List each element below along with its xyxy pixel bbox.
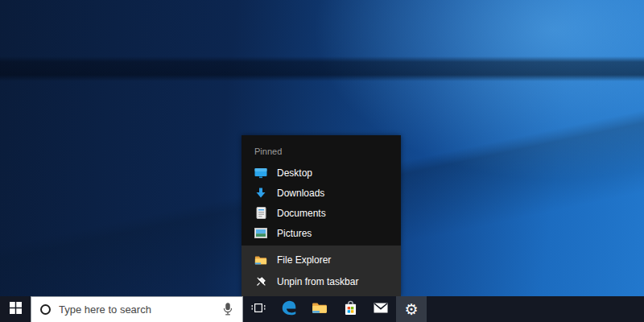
edge-button[interactable] — [274, 296, 304, 322]
desktop-icon — [254, 167, 267, 180]
settings-gear-icon: ⚙ — [404, 302, 418, 317]
file-explorer-button[interactable] — [304, 296, 335, 322]
task-view-icon — [251, 302, 266, 317]
jumplist-item-label: Documents — [277, 208, 326, 219]
unpin-icon — [254, 275, 267, 288]
jumplist-item-pictures[interactable]: Pictures — [242, 223, 401, 243]
edge-icon — [280, 299, 298, 320]
file-explorer-icon — [312, 301, 328, 317]
jumplist-pinned-section: Pinned Desktop Downloads — [242, 135, 401, 246]
jumplist-item-label: File Explorer — [277, 254, 331, 266]
windows-logo-icon — [10, 302, 22, 317]
jumplist-item-desktop[interactable]: Desktop — [242, 163, 401, 183]
task-view-button[interactable] — [243, 296, 274, 322]
jumplist-item-label: Desktop — [277, 167, 312, 179]
mail-icon — [374, 302, 388, 316]
store-icon — [344, 300, 357, 319]
search-input[interactable] — [51, 303, 222, 316]
jumplist-item-documents[interactable]: Documents — [242, 203, 401, 223]
start-button[interactable] — [0, 296, 31, 322]
file-explorer-jumplist: Pinned Desktop Downloads — [242, 135, 401, 296]
file-explorer-icon — [254, 254, 267, 266]
documents-icon — [254, 207, 267, 220]
jumplist-item-label: Unpin from taskbar — [277, 276, 358, 287]
taskbar: ⚙ — [0, 296, 644, 322]
downloads-icon — [254, 187, 267, 200]
jumplist-tasks-section: File Explorer Unpin from taskbar — [242, 246, 401, 296]
taskbar-search-box[interactable] — [31, 296, 243, 322]
jumplist-item-unpin[interactable]: Unpin from taskbar — [242, 270, 401, 292]
mail-button[interactable] — [365, 296, 396, 322]
cortana-circle-icon — [40, 304, 51, 315]
jumplist-item-label: Pictures — [277, 228, 312, 239]
jumplist-item-file-explorer[interactable]: File Explorer — [242, 249, 401, 270]
settings-button[interactable]: ⚙ — [396, 296, 427, 322]
pictures-icon — [254, 227, 267, 240]
microphone-icon[interactable] — [222, 303, 233, 316]
jumplist-item-label: Downloads — [277, 188, 324, 199]
jumplist-pinned-header: Pinned — [242, 145, 401, 163]
jumplist-item-downloads[interactable]: Downloads — [242, 183, 401, 203]
store-button[interactable] — [335, 296, 365, 322]
